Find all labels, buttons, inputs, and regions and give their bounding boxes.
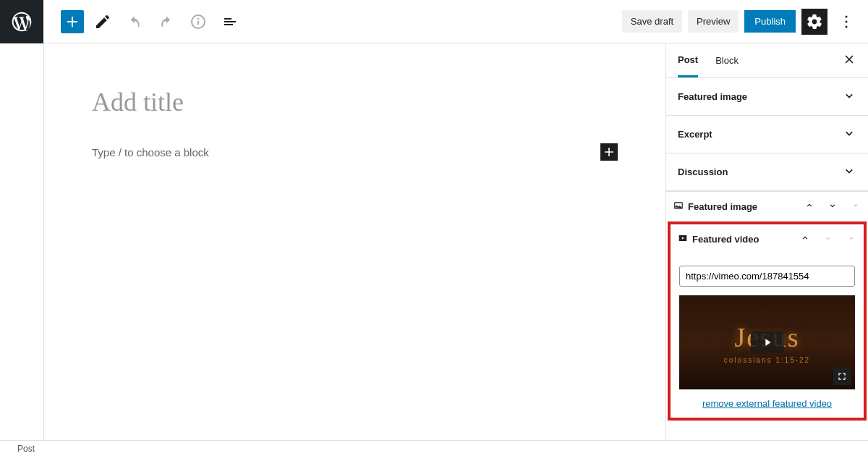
settings-button[interactable] <box>801 9 827 35</box>
meta-controls <box>800 233 856 245</box>
redo-icon <box>158 13 175 30</box>
gear-icon <box>806 13 823 30</box>
add-block-button[interactable] <box>61 10 84 33</box>
play-button[interactable] <box>751 332 784 353</box>
move-up-button[interactable] <box>804 200 814 213</box>
video-thumbnail[interactable]: Jesus colossians 1:15-22 <box>679 295 855 389</box>
undo-button[interactable] <box>122 9 148 35</box>
outline-button[interactable] <box>217 9 243 35</box>
toolbar-right: Save draft Preview Publish <box>622 9 868 35</box>
list-icon <box>221 13 239 30</box>
move-up-button[interactable] <box>800 233 810 245</box>
panel-label: Featured image <box>678 91 747 102</box>
editor-canvas[interactable]: Add title Type / to choose a block <box>43 43 665 440</box>
video-thumb-subtitle: colossians 1:15-22 <box>724 356 810 364</box>
panel-excerpt[interactable]: Excerpt <box>666 116 868 153</box>
svg-point-3 <box>846 15 848 17</box>
publish-button[interactable]: Publish <box>744 10 796 33</box>
panel-discussion[interactable]: Discussion <box>666 153 868 191</box>
sidebar-tabs: Post Block <box>666 43 868 78</box>
left-gutter <box>0 43 43 440</box>
more-options-button[interactable] <box>833 9 859 35</box>
fullscreen-button[interactable] <box>833 368 851 385</box>
top-toolbar: Save draft Preview Publish <box>0 0 868 43</box>
pencil-icon <box>94 13 111 30</box>
move-down-button[interactable] <box>823 233 833 245</box>
save-draft-button[interactable]: Save draft <box>622 10 682 33</box>
block-appender-row: Type / to choose a block <box>92 143 618 161</box>
svg-point-4 <box>846 20 848 22</box>
preview-button[interactable]: Preview <box>688 10 739 33</box>
meta-featured-image: Featured image <box>666 191 868 221</box>
plus-icon <box>602 145 616 159</box>
toggle-button[interactable] <box>846 233 856 245</box>
chevron-down-icon <box>842 164 856 180</box>
breadcrumb-text: Post <box>17 444 35 454</box>
panel-featured-image[interactable]: Featured image <box>666 78 868 116</box>
panel-label: Discussion <box>678 166 728 177</box>
inline-add-block-button[interactable] <box>600 143 618 161</box>
breadcrumb-footer: Post <box>0 440 868 456</box>
remove-video-link[interactable]: remove external featured video <box>679 398 855 409</box>
move-down-button[interactable] <box>827 200 838 213</box>
redo-button[interactable] <box>153 9 179 35</box>
close-icon <box>842 52 856 67</box>
chevron-down-icon <box>842 88 856 105</box>
featured-video-body: Jesus colossians 1:15-22 remove external… <box>671 254 864 418</box>
tab-post[interactable]: Post <box>678 44 698 77</box>
svg-point-5 <box>846 25 848 28</box>
settings-sidebar: Post Block Featured image Excerpt Discus… <box>665 43 868 440</box>
meta-label: Featured video <box>692 234 759 245</box>
undo-icon <box>126 13 143 30</box>
edit-mode-button[interactable] <box>90 9 116 35</box>
toggle-button[interactable] <box>851 200 861 213</box>
post-title-input[interactable]: Add title <box>92 87 618 117</box>
toolbar-left <box>61 9 243 35</box>
featured-video-highlight: Featured video Jesus colossians 1:15-22 <box>668 221 867 421</box>
close-sidebar-button[interactable] <box>842 52 856 69</box>
image-icon <box>673 200 684 213</box>
block-placeholder-text[interactable]: Type / to choose a block <box>92 146 209 159</box>
wordpress-icon <box>10 10 33 33</box>
panel-label: Excerpt <box>678 129 712 140</box>
chevron-down-icon <box>842 126 856 143</box>
wp-logo[interactable] <box>0 0 43 43</box>
meta-label: Featured image <box>688 201 757 212</box>
info-button[interactable] <box>185 9 211 35</box>
plus-icon <box>64 13 81 30</box>
video-icon <box>678 233 688 245</box>
svg-point-2 <box>198 18 199 19</box>
play-icon <box>762 337 773 348</box>
tab-block[interactable]: Block <box>715 45 739 76</box>
main-area: Add title Type / to choose a block Post … <box>0 43 868 440</box>
info-icon <box>190 13 207 30</box>
meta-featured-image-header[interactable]: Featured image <box>666 192 868 221</box>
more-vertical-icon <box>838 13 855 30</box>
video-url-input[interactable] <box>679 266 855 287</box>
fullscreen-icon <box>837 371 847 381</box>
meta-controls <box>804 200 861 213</box>
meta-featured-video-header[interactable]: Featured video <box>671 224 864 254</box>
